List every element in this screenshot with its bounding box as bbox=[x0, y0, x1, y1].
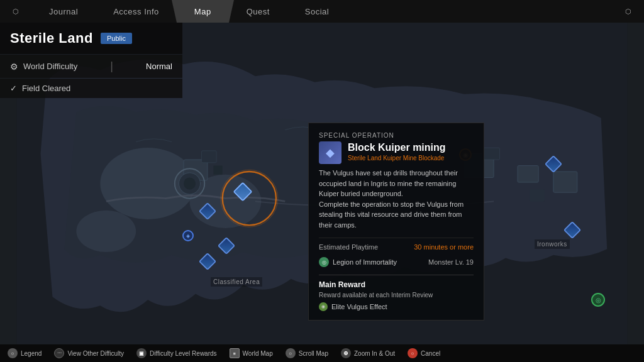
svg-rect-14 bbox=[553, 172, 577, 192]
svg-rect-13 bbox=[530, 189, 545, 201]
monster-level: Monster Lv. 19 bbox=[428, 258, 474, 266]
map-label-classified: Classified Area bbox=[211, 277, 262, 287]
tab-journal[interactable]: Journal bbox=[31, 0, 96, 23]
top-navigation: ⬡ Journal Access Info Map Quest Social ⬡ bbox=[0, 0, 644, 23]
difficulty-rewards-label: Difficulty Level Rewards bbox=[150, 350, 217, 357]
svg-rect-6 bbox=[213, 166, 222, 175]
view-difficulty-label: View Other Difficulty bbox=[67, 350, 124, 357]
operation-popup: Special Operation ◆ Block Kuiper mining … bbox=[308, 123, 484, 321]
tab-quest[interactable]: Quest bbox=[229, 0, 287, 23]
svg-point-9 bbox=[184, 178, 196, 190]
reward-item-icon: ◉ bbox=[319, 302, 328, 311]
reward-section: Main Reward Reward available at each Int… bbox=[319, 275, 474, 311]
playtime-value: 30 minutes or more bbox=[414, 243, 474, 251]
options-icon: ⋯ bbox=[54, 348, 64, 358]
cancel-label: Cancel bbox=[421, 350, 440, 357]
reward-subtitle: Reward available at each Interim Review bbox=[319, 292, 474, 299]
operation-description: The Vulgus have set up drills throughout… bbox=[319, 168, 474, 230]
map-marker-green[interactable]: ◎ bbox=[591, 293, 605, 307]
tab-map[interactable]: Map bbox=[177, 0, 229, 23]
bottom-cancel[interactable]: ○ Cancel bbox=[408, 348, 440, 358]
bottom-options[interactable]: ⋯ View Other Difficulty bbox=[54, 348, 124, 358]
operation-icon: ◆ bbox=[319, 141, 341, 164]
faction-icon: ◎ bbox=[319, 257, 329, 267]
left-controller-button[interactable]: ⬡ bbox=[0, 8, 31, 16]
r1-icon: ⬡ bbox=[625, 8, 631, 16]
reward-title: Main Reward bbox=[319, 280, 474, 289]
map-marker-2[interactable]: ◈ bbox=[182, 230, 194, 241]
reward-item: ◉ Elite Vulgus Effect bbox=[319, 302, 474, 311]
nav-tabs: Journal Access Info Map Quest Social bbox=[31, 0, 613, 23]
l1-icon: ⬡ bbox=[13, 8, 19, 16]
svg-rect-12 bbox=[518, 166, 538, 183]
scroll-map-label: Scroll Map bbox=[299, 350, 328, 357]
legend-label: Legend bbox=[21, 350, 42, 357]
operation-title: Block Kuiper mining bbox=[348, 141, 446, 153]
svg-point-2 bbox=[76, 211, 136, 252]
bottom-bar: ○ Legend ⋯ View Other Difficulty ▣ Diffi… bbox=[0, 344, 644, 362]
svg-rect-11 bbox=[482, 148, 499, 160]
right-controller-button[interactable]: ⬡ bbox=[613, 8, 644, 16]
operation-subtitle: Sterile Land Kuiper Mine Blockade bbox=[348, 155, 446, 162]
faction-label: Legion of Immortality bbox=[333, 258, 397, 266]
faction-row: ◎ Legion of Immortality Monster Lv. 19 bbox=[319, 257, 474, 267]
bottom-world-map[interactable]: ■ World Map bbox=[230, 348, 273, 358]
zoom-icon: ⊕ bbox=[341, 348, 351, 358]
playtime-row: Estimated Playtime 30 minutes or more bbox=[319, 238, 474, 251]
world-map-icon: ■ bbox=[230, 348, 240, 358]
operation-header: ◆ Block Kuiper mining Sterile Land Kuipe… bbox=[319, 141, 474, 164]
map-label-ironworks: Ironworks bbox=[535, 239, 570, 249]
diamond-icon: ◆ bbox=[326, 146, 335, 160]
scroll-map-icon: ○ bbox=[286, 348, 296, 358]
world-map-label: World Map bbox=[243, 350, 273, 357]
legend-button-icon: ○ bbox=[8, 348, 18, 358]
bottom-zoom[interactable]: ⊕ Zoom In & Out bbox=[341, 348, 395, 358]
zoom-label: Zoom In & Out bbox=[354, 350, 395, 357]
tab-access-info[interactable]: Access Info bbox=[96, 0, 177, 23]
playtime-label: Estimated Playtime bbox=[319, 243, 378, 251]
operation-type-label: Special Operation bbox=[319, 132, 474, 139]
svg-rect-5 bbox=[201, 151, 216, 163]
bottom-difficulty-rewards[interactable]: ▣ Difficulty Level Rewards bbox=[136, 348, 217, 358]
bottom-scroll-map[interactable]: ○ Scroll Map bbox=[286, 348, 328, 358]
tab-social[interactable]: Social bbox=[287, 0, 347, 23]
difficulty-rewards-icon: ▣ bbox=[136, 348, 147, 358]
bottom-legend[interactable]: ○ Legend bbox=[8, 348, 42, 358]
cancel-icon: ○ bbox=[408, 348, 418, 358]
operation-title-group: Block Kuiper mining Sterile Land Kuiper … bbox=[348, 141, 446, 162]
